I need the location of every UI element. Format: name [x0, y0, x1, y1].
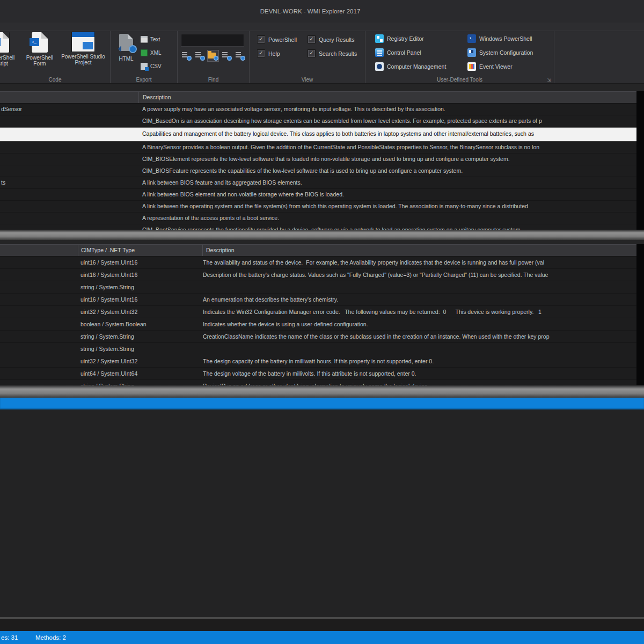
- windows-powershell-icon: [467, 34, 476, 43]
- powershell-studio-project-icon: [72, 32, 94, 52]
- csv-export-icon: [141, 63, 148, 70]
- property-row[interactable]: string / System.StringDeviceID is an add…: [0, 380, 644, 385]
- find-group-label: Find: [178, 77, 249, 83]
- computer-management-button[interactable]: Computer Management: [375, 62, 446, 71]
- details-tab-bar[interactable]: [0, 398, 644, 409]
- view-query-results-toggle[interactable]: Query Results: [308, 35, 355, 43]
- checkbox-icon: [308, 49, 316, 57]
- export-csv-button[interactable]: CSV: [141, 61, 174, 71]
- property-row[interactable]: string / System.String: [0, 281, 644, 294]
- find-search-box: [181, 34, 244, 47]
- property-name-column-header[interactable]: [0, 245, 78, 256]
- classes-panel: Description dSensorA power supply may ha…: [0, 84, 644, 230]
- class-row[interactable]: A link between the operating system and …: [0, 201, 644, 213]
- properties-grid-header: CIMType / .NET Type Description: [0, 244, 644, 257]
- search-class-icon[interactable]: [221, 50, 232, 61]
- powershell-studio-project-button[interactable]: PowerShell Studio Project: [60, 32, 106, 65]
- ribbon-group-export: HTML Text XML CSV Export: [111, 31, 178, 84]
- search-folder-icon[interactable]: [208, 50, 218, 61]
- status-properties-count: es: 31: [1, 631, 18, 644]
- properties-description-column-header[interactable]: Description: [203, 245, 644, 256]
- property-row[interactable]: string / System.StringCreationClassName …: [0, 331, 644, 343]
- details-pane: pplies to both batteries in laptop syste…: [0, 409, 644, 617]
- class-row-selected[interactable]: Capabilities and management of the batte…: [0, 127, 644, 142]
- class-row[interactable]: dSensorA power supply may have an associ…: [0, 104, 644, 115]
- powershell-form-button[interactable]: PowerShell Form: [20, 32, 59, 67]
- view-help-toggle[interactable]: Help: [257, 49, 280, 57]
- title-bar[interactable]: DEVNL-WORK - WMI Explorer 2017: [0, 0, 644, 23]
- export-text-button[interactable]: Text: [141, 34, 174, 45]
- class-row[interactable]: A link between BIOS element and non-vola…: [0, 189, 644, 201]
- registry-editor-icon: [375, 34, 384, 43]
- window-bottom-border: [0, 619, 644, 631]
- ribbon: PowerShell Script PowerShell Form PowerS…: [0, 23, 644, 84]
- find-previous-icon[interactable]: [194, 50, 205, 61]
- class-row[interactable]: CIM_BIOSElement represents the low-level…: [0, 153, 644, 165]
- ribbon-group-tools: Registry Editor Control Panel Computer M…: [365, 31, 554, 84]
- checkbox-icon: [308, 35, 316, 43]
- property-row[interactable]: uint16 / System.UInt16Description of the…: [0, 269, 644, 281]
- export-xml-button[interactable]: XML: [141, 47, 174, 58]
- property-row[interactable]: uint32 / System.UInt32The design capacit…: [0, 355, 644, 368]
- ribbon-group-view: PowerShell Help Query Results Search Res…: [250, 31, 365, 84]
- class-row[interactable]: A representation of the access points of…: [0, 213, 644, 224]
- export-group-label: Export: [111, 77, 177, 83]
- export-html-button[interactable]: HTML: [114, 32, 138, 62]
- class-name-column-header[interactable]: [0, 92, 139, 103]
- properties-panel: CIMType / .NET Type Description uint16 /…: [0, 240, 644, 385]
- group-dialog-launcher-icon[interactable]: ⇲: [547, 77, 551, 83]
- class-row[interactable]: tsA link between BIOS feature and its ag…: [0, 177, 644, 189]
- registry-editor-button[interactable]: Registry Editor: [375, 34, 424, 43]
- search-property-icon[interactable]: [235, 50, 245, 61]
- properties-scrollbar[interactable]: [636, 244, 644, 385]
- classes-grid-header: Description: [0, 91, 644, 104]
- wmi-explorer-window: DEVNL-WORK - WMI Explorer 2017 PowerShel…: [0, 0, 644, 644]
- splitter-classes-properties[interactable]: [0, 230, 644, 240]
- tools-group-label: User-Defined Tools: [365, 77, 554, 83]
- view-search-results-toggle[interactable]: Search Results: [308, 49, 357, 57]
- windows-powershell-button[interactable]: Windows PowerShell: [467, 34, 532, 43]
- powershell-script-button[interactable]: PowerShell Script: [0, 32, 20, 67]
- class-row[interactable]: A BinarySensor provides a boolean output…: [0, 142, 644, 153]
- status-bar: es: 31 Methods: 2: [0, 631, 644, 644]
- event-viewer-icon: [467, 62, 476, 71]
- view-group-label: View: [250, 77, 365, 83]
- class-row[interactable]: CIM_BasedOn is an association describing…: [0, 115, 644, 127]
- computer-management-icon: [375, 62, 384, 71]
- checkbox-icon: [257, 35, 265, 43]
- splitter-properties-details[interactable]: [0, 385, 644, 398]
- properties-rows: uint16 / System.UInt16The availability a…: [0, 257, 644, 385]
- text-export-icon: [141, 36, 148, 43]
- window-title: DEVNL-WORK - WMI Explorer 2017: [0, 0, 620, 23]
- cimtype-column-header[interactable]: CIMType / .NET Type: [78, 245, 203, 256]
- property-row[interactable]: boolean / System.BooleanIndicates whethe…: [0, 318, 644, 331]
- powershell-form-icon: [32, 32, 48, 53]
- ribbon-group-code: PowerShell Script PowerShell Form PowerS…: [0, 31, 111, 84]
- html-export-icon: [119, 34, 133, 51]
- property-row[interactable]: uint32 / System.UInt32Indicates the Win3…: [0, 306, 644, 318]
- class-row[interactable]: CIM_BootService represents the functiona…: [0, 224, 644, 230]
- event-viewer-button[interactable]: Event Viewer: [467, 62, 513, 71]
- class-row[interactable]: CIM_BIOSFeature represents the capabilit…: [0, 165, 644, 177]
- code-group-label: Code: [0, 77, 110, 83]
- classes-scrollbar[interactable]: [636, 91, 644, 230]
- classes-description-column-header[interactable]: Description: [139, 92, 644, 103]
- powershell-script-icon: [0, 32, 9, 53]
- property-row[interactable]: uint16 / System.UInt16An enumeration tha…: [0, 294, 644, 306]
- system-configuration-button[interactable]: System Configuration: [467, 48, 533, 57]
- checkbox-icon: [257, 49, 265, 57]
- control-panel-button[interactable]: Control Panel: [375, 48, 421, 57]
- find-search-input[interactable]: [181, 37, 250, 43]
- find-next-icon[interactable]: [181, 50, 192, 61]
- xml-export-icon: [141, 49, 148, 56]
- classes-rows: dSensorA power supply may have an associ…: [0, 104, 644, 230]
- status-methods-count: Methods: 2: [35, 631, 66, 644]
- control-panel-icon: [375, 48, 384, 57]
- property-row[interactable]: uint16 / System.UInt16The availability a…: [0, 257, 644, 269]
- system-configuration-icon: [467, 48, 476, 57]
- property-row[interactable]: uint64 / System.UInt64The design voltage…: [0, 368, 644, 380]
- ribbon-group-find: Find: [178, 31, 250, 84]
- property-row[interactable]: string / System.String: [0, 343, 644, 355]
- view-powershell-toggle[interactable]: PowerShell: [257, 35, 297, 43]
